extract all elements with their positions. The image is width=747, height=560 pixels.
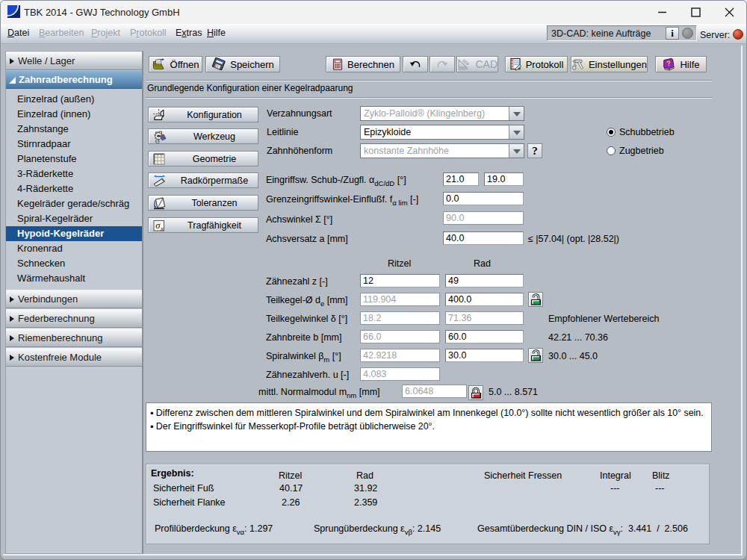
svg-text:x: x (160, 225, 164, 232)
